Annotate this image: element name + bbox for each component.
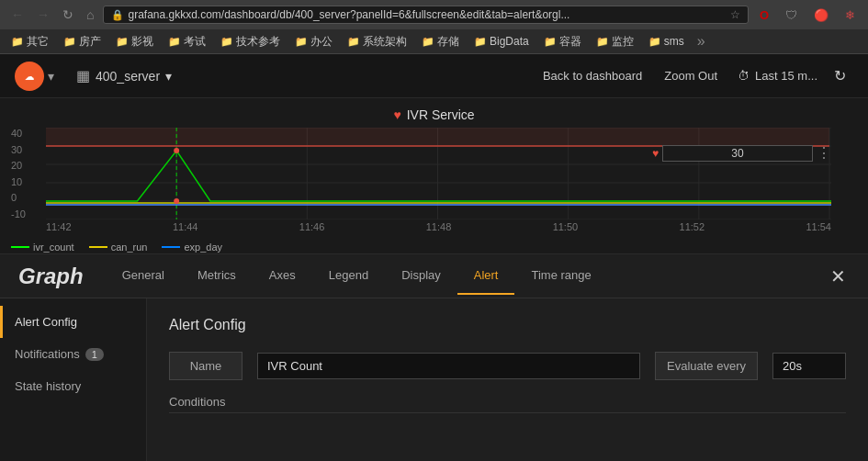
notifications-badge: 1 (85, 348, 104, 361)
legend-item-can-run: can_run (89, 242, 148, 253)
evaluate-label: Evaluate every (655, 352, 758, 380)
bookmark-jishu[interactable]: 📁 技术参考 (215, 33, 286, 51)
top-nav: ☁ ▾ ▦ 400_server ▾ Back to dashboard Zoo… (0, 54, 868, 98)
legend-color-ivr (11, 246, 29, 248)
threshold-options-button[interactable]: ⋮ (817, 144, 831, 162)
sidebar-label-alert-config: Alert Config (15, 315, 77, 329)
bookmark-rongqi[interactable]: 📁 容器 (538, 33, 587, 51)
close-panel-button[interactable]: ✕ (827, 262, 850, 291)
folder-icon: 📁 (347, 36, 360, 48)
address-text: grafana.gkkxd.com/dashboard/db/400_serve… (128, 8, 569, 21)
folder-icon: 📁 (220, 36, 233, 48)
time-range-button[interactable]: ⏱ Last 15 m... (728, 63, 827, 88)
tab-general[interactable]: General (106, 257, 181, 295)
bookmark-kaoshi[interactable]: 📁 考试 (163, 33, 211, 51)
y-label-20: 20 (11, 160, 26, 171)
panel-edit-header: Graph General Metrics Axes Legend Displa… (0, 254, 868, 298)
bookmark-fangchan[interactable]: 📁 房产 (58, 33, 107, 51)
folder-icon: 📁 (544, 36, 557, 48)
y-label-10: 10 (11, 176, 26, 187)
sidebar-item-state-history[interactable]: State history (0, 370, 146, 402)
legend-label-exp-day: exp_day (184, 242, 222, 253)
legend-color-can-run (89, 246, 107, 248)
bookmark-xitong[interactable]: 📁 系统架构 (342, 33, 412, 51)
dropdown-chevron-icon: ▾ (165, 69, 172, 84)
bookmark-bigdata[interactable]: 📁 BigData (468, 34, 535, 49)
evaluate-input[interactable] (772, 353, 846, 379)
folder-icon: 📁 (474, 36, 487, 48)
back-to-dashboard-button[interactable]: Back to dashboard (532, 63, 653, 88)
tab-legend[interactable]: Legend (312, 257, 385, 295)
threshold-value-input[interactable] (662, 145, 813, 162)
folder-icon: 📁 (295, 36, 308, 48)
extension-icon-2[interactable]: 🔴 (808, 6, 834, 24)
browser-toolbar: ← → ↻ ⌂ 🔒 grafana.gkkxd.com/dashboard/db… (0, 0, 868, 29)
name-row: Name Evaluate every (169, 352, 846, 380)
legend-item-ivr-count: ivr_count (11, 242, 74, 253)
sidebar-label-state-history: State history (15, 379, 81, 393)
y-label-30: 30 (11, 144, 26, 155)
tab-list: General Metrics Axes Legend Display Aler… (106, 257, 827, 295)
legend-label-ivr: ivr_count (33, 242, 74, 253)
panel-body: Alert Config Notifications 1 State histo… (0, 298, 868, 461)
tab-metrics[interactable]: Metrics (181, 257, 253, 295)
tab-axes[interactable]: Axes (253, 257, 312, 295)
lock-icon: 🔒 (111, 9, 124, 21)
bookmark-sms[interactable]: 📁 sms (643, 34, 690, 49)
bookmark-yingshi[interactable]: 📁 影视 (110, 33, 159, 51)
home-button[interactable]: ⌂ (83, 6, 97, 24)
chart-container: ♥ IVR Service 40 30 20 10 0 -10 (0, 98, 868, 254)
extension-icon-1[interactable]: 🛡 (780, 6, 803, 24)
folder-icon: 📁 (168, 36, 181, 48)
sidebar-label-notifications: Notifications (15, 347, 80, 361)
x-label-4: 11:50 (553, 221, 579, 232)
x-label-3: 11:48 (426, 221, 452, 232)
graph-title: Graph (18, 264, 84, 289)
alert-config-section-title: Alert Config (169, 317, 846, 333)
panel-content: Alert Config Name Evaluate every Conditi… (147, 298, 868, 461)
folder-icon: 📁 (596, 36, 609, 48)
grafana-logo[interactable]: ☁ (15, 62, 44, 91)
chart-title-text: IVR Service (407, 107, 475, 122)
zoom-out-button[interactable]: Zoom Out (653, 63, 728, 88)
y-axis: 40 30 20 10 0 -10 (11, 128, 26, 219)
sidebar-item-alert-config[interactable]: Alert Config (0, 306, 146, 338)
bookmark-cunchru[interactable]: 📁 存储 (416, 33, 465, 51)
bookmarks-bar: 📁 其它 📁 房产 📁 影视 📁 考试 📁 技术参考 📁 办公 📁 系统架构 (0, 29, 868, 53)
more-bookmarks-button[interactable]: » (697, 33, 705, 50)
x-label-1: 11:44 (173, 221, 198, 232)
time-range-label: Last 15 m... (755, 69, 817, 83)
nav-dropdown-button[interactable]: ▾ (48, 69, 54, 84)
x-axis: 11:42 11:44 11:46 11:48 11:50 11:52 11:5… (46, 221, 831, 232)
chart-area: 40 30 20 10 0 -10 (46, 128, 831, 238)
legend-label-can-run: can_run (111, 242, 148, 253)
legend-color-exp-day (162, 246, 180, 248)
folder-icon: 📁 (422, 36, 434, 48)
refresh-button[interactable]: ↻ (827, 62, 853, 90)
name-input[interactable] (257, 353, 640, 379)
tab-alert[interactable]: Alert (457, 257, 515, 295)
tab-display[interactable]: Display (385, 257, 457, 295)
grafana-app: ☁ ▾ ▦ 400_server ▾ Back to dashboard Zoo… (0, 54, 868, 461)
sidebar-item-notifications[interactable]: Notifications 1 (0, 338, 146, 370)
dashboard-icon: ▦ (76, 67, 90, 84)
star-icon[interactable]: ☆ (730, 8, 740, 21)
sidebar-nav: Alert Config Notifications 1 State histo… (0, 298, 147, 461)
tab-time-range[interactable]: Time range (514, 257, 607, 295)
chart-title: ♥ IVR Service (9, 107, 859, 122)
bookmark-jiankong[interactable]: 📁 监控 (591, 33, 639, 51)
bookmark-bangong[interactable]: 📁 办公 (289, 33, 338, 51)
reload-button[interactable]: ↻ (59, 6, 77, 24)
dashboard-title-button[interactable]: ▦ 400_server ▾ (69, 63, 179, 88)
forward-button[interactable]: → (33, 6, 53, 24)
address-bar[interactable]: 🔒 grafana.gkkxd.com/dashboard/db/400_ser… (103, 6, 748, 24)
extension-icon-3[interactable]: ❄ (840, 6, 861, 24)
svg-point-20 (174, 198, 179, 204)
folder-icon: 📁 (11, 36, 24, 48)
chart-svg (46, 128, 831, 219)
clock-icon: ⏱ (738, 69, 750, 83)
bookmark-qita[interactable]: 📁 其它 (6, 33, 54, 51)
back-button[interactable]: ← (7, 6, 28, 24)
svg-rect-15 (46, 128, 829, 146)
panel-edit: Graph General Metrics Axes Legend Displa… (0, 254, 868, 461)
